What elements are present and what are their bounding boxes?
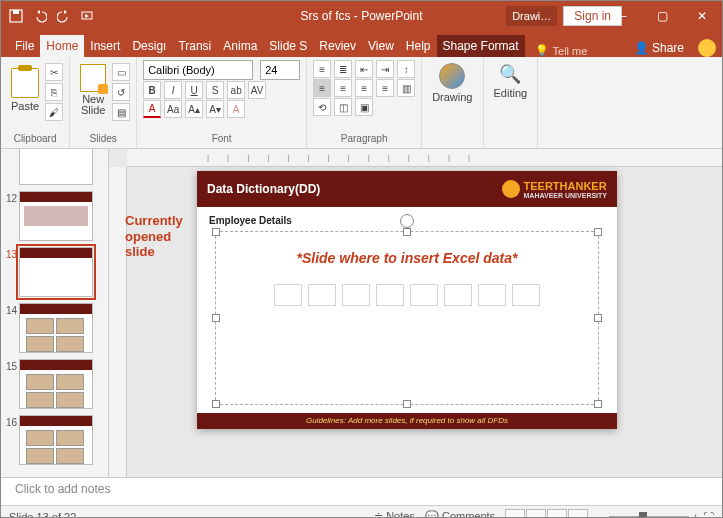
minimize-button[interactable]: ─ xyxy=(602,2,642,30)
tab-slideshow[interactable]: Slide S xyxy=(263,35,313,57)
new-slide-button[interactable]: New Slide xyxy=(76,59,110,121)
slide-canvas-area: |||||||||||||| Data Dictionary(DD) TEERT… xyxy=(109,149,722,477)
start-from-beginning-icon[interactable] xyxy=(77,5,99,27)
layout-icon[interactable]: ▭ xyxy=(112,63,130,81)
thumbnail-15[interactable] xyxy=(19,359,93,409)
normal-view-button[interactable] xyxy=(505,509,525,519)
insert-excel-annotation: *Slide where to insert Excel data* xyxy=(216,232,598,266)
tab-shape-format[interactable]: Shape Format xyxy=(437,35,525,57)
thumbnail-13-selected[interactable] xyxy=(19,247,93,297)
save-icon[interactable] xyxy=(5,5,27,27)
smartart-button[interactable]: ▣ xyxy=(355,98,373,116)
close-button[interactable]: ✕ xyxy=(682,2,722,30)
reading-view-button[interactable] xyxy=(547,509,567,519)
paste-button[interactable]: Paste xyxy=(7,59,43,121)
thumbnail-14[interactable] xyxy=(19,303,93,353)
tab-file[interactable]: File xyxy=(9,35,40,57)
change-case-button[interactable]: Aa xyxy=(164,100,182,118)
align-center-button[interactable]: ≡ xyxy=(334,79,352,97)
tab-insert[interactable]: Insert xyxy=(84,35,126,57)
thumbnail-16[interactable] xyxy=(19,415,93,465)
table-icon[interactable] xyxy=(274,284,302,306)
font-size-select[interactable] xyxy=(260,60,300,80)
ribbon-tabs: File Home Insert Desigı Transi Anima Sli… xyxy=(1,31,722,57)
undo-icon[interactable] xyxy=(29,5,51,27)
thumbnail-12[interactable] xyxy=(19,191,93,241)
align-text-button[interactable]: ◫ xyxy=(334,98,352,116)
zoom-in-button[interactable]: + xyxy=(693,511,699,519)
maximize-button[interactable]: ▢ xyxy=(642,2,682,30)
section-icon[interactable]: ▤ xyxy=(112,103,130,121)
numbering-button[interactable]: ≣ xyxy=(334,60,352,78)
tab-view[interactable]: View xyxy=(362,35,400,57)
zoom-slider[interactable] xyxy=(609,516,689,518)
cut-icon[interactable]: ✂ xyxy=(45,63,63,81)
redo-icon[interactable] xyxy=(53,5,75,27)
bold-button[interactable]: B xyxy=(143,81,161,99)
tell-me[interactable]: 💡 Tell me xyxy=(535,44,588,57)
spacing-button[interactable]: AV xyxy=(248,81,266,99)
drawing-button[interactable]: Drawing xyxy=(428,59,476,107)
tab-transitions[interactable]: Transi xyxy=(172,35,217,57)
comments-toggle[interactable]: 💬 Comments xyxy=(425,510,495,518)
smartart-icon[interactable] xyxy=(342,284,370,306)
resize-handle[interactable] xyxy=(212,314,220,322)
work-area: 12 13 14 15 16 Currently opened slide ||… xyxy=(1,149,722,477)
thumbnail-11[interactable] xyxy=(19,149,93,185)
copy-icon[interactable]: ⎘ xyxy=(45,83,63,101)
align-left-button[interactable]: ≡ xyxy=(313,79,331,97)
rotate-handle-icon[interactable] xyxy=(400,214,414,228)
resize-handle[interactable] xyxy=(212,400,220,408)
fit-to-window-button[interactable]: ⛶ xyxy=(703,511,714,519)
indent-less-button[interactable]: ⇤ xyxy=(355,60,373,78)
online-picture-icon[interactable] xyxy=(444,284,472,306)
tab-home[interactable]: Home xyxy=(40,35,84,57)
editing-button[interactable]: 🔍 Editing xyxy=(490,59,532,103)
content-placeholder[interactable]: *Slide where to insert Excel data* xyxy=(215,231,599,405)
resize-handle[interactable] xyxy=(594,400,602,408)
resize-handle[interactable] xyxy=(594,314,602,322)
italic-button[interactable]: I xyxy=(164,81,182,99)
justify-button[interactable]: ≡ xyxy=(376,79,394,97)
line-spacing-button[interactable]: ↕ xyxy=(397,60,415,78)
tab-animations[interactable]: Anima xyxy=(217,35,263,57)
video-icon[interactable] xyxy=(478,284,506,306)
notes-toggle[interactable]: ≐ Notes xyxy=(374,510,415,518)
font-label: Font xyxy=(143,133,300,146)
grow-font-button[interactable]: A▴ xyxy=(185,100,203,118)
tab-help[interactable]: Help xyxy=(400,35,437,57)
tab-design[interactable]: Desigı xyxy=(126,35,172,57)
slide-header: Data Dictionary(DD) TEERTHANKERMAHAVEER … xyxy=(197,171,617,207)
slideshow-view-button[interactable] xyxy=(568,509,588,519)
resize-handle[interactable] xyxy=(403,228,411,236)
resize-handle[interactable] xyxy=(594,228,602,236)
resize-handle[interactable] xyxy=(212,228,220,236)
notes-pane[interactable]: Click to add notes xyxy=(1,477,722,505)
format-painter-icon[interactable]: 🖌 xyxy=(45,103,63,121)
icon-icon[interactable] xyxy=(512,284,540,306)
strike-button[interactable]: S xyxy=(206,81,224,99)
slide-canvas[interactable]: Data Dictionary(DD) TEERTHANKERMAHAVEER … xyxy=(197,171,617,429)
shrink-font-button[interactable]: A▾ xyxy=(206,100,224,118)
sorter-view-button[interactable] xyxy=(526,509,546,519)
font-color-button[interactable]: A xyxy=(143,100,161,118)
placeholder-icons xyxy=(216,284,598,306)
font-name-select[interactable] xyxy=(143,60,253,80)
feedback-icon[interactable] xyxy=(698,39,716,57)
3d-icon[interactable] xyxy=(376,284,404,306)
share-button[interactable]: 👤 Share xyxy=(634,41,684,55)
indent-more-button[interactable]: ⇥ xyxy=(376,60,394,78)
align-right-button[interactable]: ≡ xyxy=(355,79,373,97)
zoom-out-button[interactable]: − xyxy=(598,511,604,519)
chart-icon[interactable] xyxy=(308,284,336,306)
shadow-button[interactable]: ab xyxy=(227,81,245,99)
columns-button[interactable]: ▥ xyxy=(397,79,415,97)
underline-button[interactable]: U xyxy=(185,81,203,99)
tab-review[interactable]: Reviev xyxy=(313,35,362,57)
text-direction-button[interactable]: ⟲ xyxy=(313,98,331,116)
picture-icon[interactable] xyxy=(410,284,438,306)
reset-icon[interactable]: ↺ xyxy=(112,83,130,101)
bullets-button[interactable]: ≡ xyxy=(313,60,331,78)
clear-format-button[interactable]: A xyxy=(227,100,245,118)
resize-handle[interactable] xyxy=(403,400,411,408)
